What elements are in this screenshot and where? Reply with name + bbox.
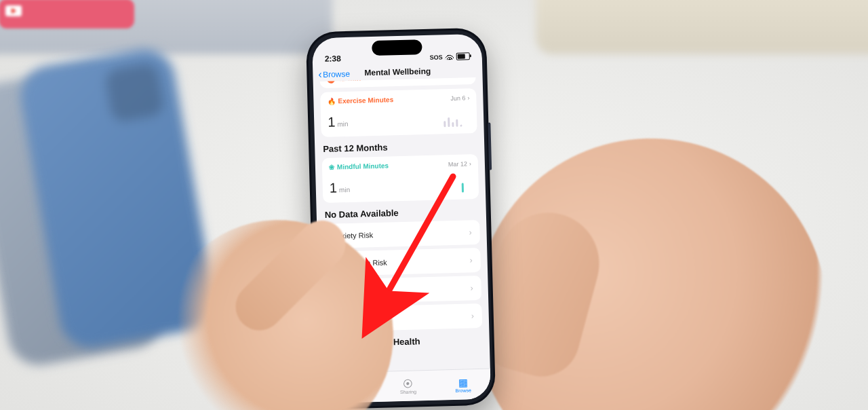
- card-label: Exercise Minutes: [338, 96, 393, 105]
- tab-sharing[interactable]: ⦿ Sharing: [399, 378, 416, 394]
- chevron-right-icon: ›: [471, 311, 474, 320]
- card-unit: min: [337, 120, 348, 128]
- spark-bars: [461, 178, 464, 193]
- ipad-corner: [0, 0, 134, 29]
- tab-label: Browse: [455, 388, 471, 393]
- status-time: 2:38: [325, 54, 341, 64]
- back-label: Browse: [323, 69, 350, 79]
- section-header-nodata: No Data Available: [325, 206, 478, 220]
- photo-scene: 2:38 SOS ‹ Browse Mental Wellbeing ⬤41 m…: [0, 0, 868, 410]
- laptop-right: [536, 0, 868, 54]
- chevron-right-icon: ›: [471, 283, 473, 293]
- wifi-icon: [446, 54, 454, 60]
- mindful-icon: ❀: [329, 164, 334, 171]
- tab-label: Sharing: [400, 389, 416, 394]
- card-label: Mindful Minutes: [337, 162, 389, 170]
- tab-browse[interactable]: ▦ Browse: [455, 377, 471, 393]
- status-sos: SOS: [430, 54, 443, 60]
- exercise-minutes-card[interactable]: 🔥 Exercise Minutes Jun 6 › 1 min: [320, 88, 477, 137]
- chevron-right-icon: ›: [469, 227, 471, 237]
- chevron-left-icon: ‹: [318, 69, 322, 80]
- chevron-right-icon: ›: [467, 94, 469, 101]
- flame-icon: 🔥: [327, 97, 335, 105]
- section-header-past: Past 12 Months: [323, 140, 476, 154]
- index-finger: [226, 210, 355, 340]
- dynamic-island: [372, 39, 422, 56]
- mindful-minutes-card[interactable]: ❀ Mindful Minutes Mar 12 › 1 min: [322, 154, 479, 203]
- chevron-right-icon: ›: [466, 77, 469, 80]
- battery-icon: [456, 52, 470, 60]
- chevron-right-icon: ›: [469, 255, 472, 265]
- card-value: 1: [329, 180, 337, 195]
- people-icon: ⦿: [403, 378, 413, 388]
- card-date: Mar 12: [448, 160, 467, 168]
- youtube-icon: [5, 5, 22, 16]
- spark-bars: [443, 112, 462, 128]
- card-value: 1: [328, 114, 336, 130]
- card-date: Jun 6: [450, 94, 465, 102]
- page-title: Mental Wellbeing: [364, 67, 431, 78]
- card-unit: min: [339, 186, 350, 193]
- grid-icon: ▦: [458, 377, 468, 387]
- chevron-right-icon: ›: [469, 160, 471, 167]
- camera-bump: [104, 62, 165, 123]
